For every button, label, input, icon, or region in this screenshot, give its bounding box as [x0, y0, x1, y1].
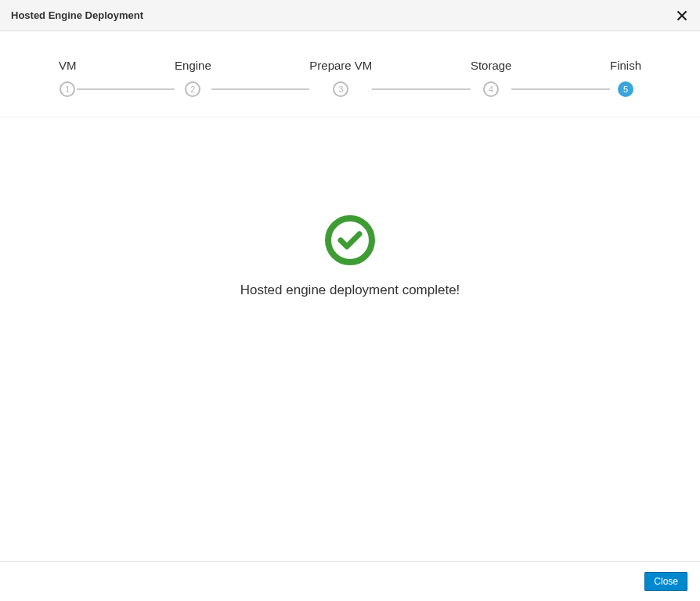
step-label: VM [59, 59, 77, 72]
step-number: 1 [60, 81, 75, 97]
step-vm[interactable]: VM 1 [59, 59, 77, 97]
close-button[interactable]: Close [644, 572, 687, 591]
step-number: 5 [618, 81, 633, 97]
step-label: Engine [175, 59, 211, 72]
close-icon[interactable] [677, 10, 687, 21]
success-message: Hosted engine deployment complete! [240, 283, 460, 298]
wizard-steps: VM 1 Engine 2 Prepare VM 3 Storage 4 Fin… [0, 31, 700, 117]
step-connector [211, 88, 310, 90]
step-storage[interactable]: Storage 4 [471, 59, 512, 97]
dialog-footer: Close [0, 561, 700, 601]
step-label: Finish [610, 59, 641, 72]
step-connector [77, 88, 175, 90]
success-check-icon [325, 215, 375, 265]
step-connector [511, 88, 610, 90]
dialog-title: Hosted Engine Deployment [11, 9, 143, 21]
dialog-content: Hosted engine deployment complete! [0, 117, 700, 561]
step-number: 4 [483, 81, 499, 97]
step-prepare-vm[interactable]: Prepare VM 3 [309, 59, 372, 97]
step-label: Prepare VM [309, 59, 372, 72]
step-connector [372, 88, 471, 90]
step-label: Storage [471, 59, 512, 72]
step-number: 3 [333, 81, 348, 97]
step-number: 2 [185, 81, 200, 97]
step-finish[interactable]: Finish 5 [610, 59, 641, 97]
dialog-header: Hosted Engine Deployment [0, 0, 700, 31]
step-engine[interactable]: Engine 2 [175, 59, 211, 97]
